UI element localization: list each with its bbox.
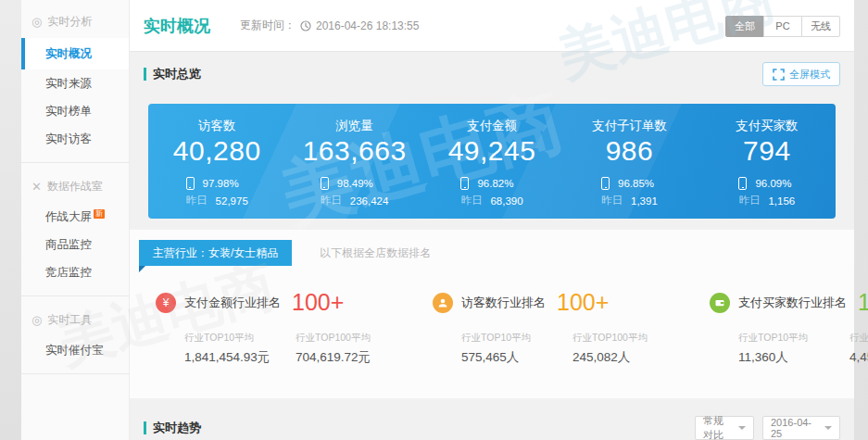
trend-section-title: 实时趋势 [144, 421, 201, 434]
rank-block-buyers: 支付买家数行业排名 100+ 行业TOP10平均 11,360人 行业TOP10… [684, 289, 868, 366]
stat-value: 794 [743, 135, 791, 167]
rankings-row: ¥ 支付金额行业排名 100+ 行业TOP10平均 1,841,454.93元 … [130, 289, 854, 366]
fullscreen-button[interactable]: 全屏模式 [762, 62, 840, 86]
top100-value: 245,082人 [572, 349, 667, 366]
rank-head: 支付买家数行业排名 100+ [710, 289, 868, 316]
rank-value: 100+ [292, 289, 344, 316]
sidebar-item-battle-screen[interactable]: 作战大屏新 [21, 203, 129, 231]
wireless-percent: 96.09% [755, 178, 791, 189]
chevron-down-icon [824, 426, 832, 430]
rank-label: 支付金额行业排名 [184, 295, 281, 311]
rank-top100-col: 行业TOP100平均 4,450人 [849, 332, 868, 366]
stat-pageviews: 浏览量 163,663 98.49% 昨日 236,424 [285, 104, 422, 219]
tab-pc[interactable]: PC [763, 16, 802, 37]
yesterday-value: 236,424 [350, 195, 389, 207]
rank-top10-col: 行业TOP10平均 575,465人 [461, 332, 556, 366]
industry-note: 以下根据全店数据排名 [320, 245, 431, 261]
trend-controls: 常规对比 2016-04-25 [695, 416, 840, 440]
wireless-percent: 98.49% [337, 178, 373, 189]
sidebar-item-payment-reminder[interactable]: 实时催付宝 [21, 336, 129, 364]
rank-stats: 行业TOP10平均 1,841,454.93元 行业TOP100平均 704,6… [156, 332, 407, 366]
yesterday-label: 昨日 [601, 194, 623, 207]
top100-value: 704,619.72元 [296, 349, 390, 366]
fullscreen-icon [773, 69, 785, 81]
eye-icon: ◎ [31, 16, 42, 28]
main-header: 实时概况 更新时间： 2016-04-26 18:13:55 全部 PC 无线 [130, 0, 854, 52]
industry-tag: 主营行业：女装/女士精品 [139, 240, 292, 266]
yesterday-value: 68,390 [490, 195, 522, 207]
compare-mode-value: 常规对比 [703, 414, 733, 440]
rank-value: 100+ [557, 289, 609, 316]
update-time-value: 2016-04-26 18:13:55 [316, 19, 419, 32]
rank-stats: 行业TOP10平均 575,465人 行业TOP100平均 245,082人 [433, 332, 684, 366]
mobile-icon [738, 177, 747, 190]
sidebar: ◎ 实时分析 实时概况 实时来源 实时榜单 实时访客 ✕ 数据作战室 作战大屏新… [21, 0, 130, 440]
sidebar-item-product-monitor[interactable]: 商品监控 [21, 231, 129, 258]
overview-section-bar: 实时总览 全屏模式 [130, 52, 854, 96]
tab-wireless[interactable]: 无线 [801, 16, 840, 37]
fullscreen-label: 全屏模式 [789, 68, 830, 82]
stat-visitors: 访客数 40,280 97.98% 昨日 52,975 [148, 104, 285, 219]
industry-row: 主营行业：女装/女士精品 以下根据全店数据排名 [130, 239, 854, 267]
page-title: 实时概况 [144, 15, 210, 37]
top10-value: 1,841,454.93元 [184, 349, 279, 366]
sidebar-section-data-war-room: ✕ 数据作战室 [21, 165, 129, 203]
new-badge: 新 [94, 209, 105, 219]
date-select[interactable]: 2016-04-25 [762, 416, 840, 440]
sidebar-item-realtime-overview[interactable]: 实时概况 [21, 38, 129, 69]
rank-block-payment-amount: ¥ 支付金额行业排名 100+ 行业TOP10平均 1,841,454.93元 … [130, 289, 407, 366]
update-time-label: 更新时间： [240, 18, 296, 33]
main-content: 实时概况 更新时间： 2016-04-26 18:13:55 全部 PC 无线 … [130, 0, 854, 440]
mobile-icon [460, 177, 469, 190]
yesterday-label: 昨日 [321, 194, 342, 207]
yuan-icon: ¥ [156, 293, 176, 313]
stat-suborders: 支付子订单数 986 96.85% 昨日 1,391 [560, 104, 698, 219]
sidebar-item-competitor-monitor[interactable]: 竞店监控 [21, 258, 129, 286]
yesterday-value: 52,975 [216, 195, 248, 207]
rank-block-visitors: 访客数行业排名 100+ 行业TOP10平均 575,465人 行业TOP100… [407, 289, 684, 366]
top10-value: 575,465人 [461, 349, 556, 366]
trend-section-bar: 实时趋势 常规对比 2016-04-25 [130, 406, 854, 440]
rank-head: ¥ 支付金额行业排名 100+ [156, 289, 407, 316]
stat-sub: 98.49% 昨日 236,424 [321, 173, 389, 207]
mobile-icon [186, 177, 195, 190]
rank-head: 访客数行业排名 100+ [433, 289, 684, 316]
stat-sub: 96.09% 昨日 1,156 [738, 173, 795, 207]
battle-icon: ✕ [31, 181, 42, 193]
top10-label: 行业TOP10平均 [738, 332, 833, 345]
sidebar-item-realtime-sources[interactable]: 实时来源 [21, 69, 129, 97]
top10-value: 11,360人 [738, 349, 833, 366]
stat-value: 163,663 [303, 135, 407, 167]
top100-value: 4,450人 [849, 349, 868, 366]
yesterday-label: 昨日 [460, 194, 482, 207]
top100-label: 行业TOP100平均 [572, 332, 667, 345]
yesterday-label: 昨日 [186, 194, 208, 207]
chevron-down-icon [738, 426, 746, 430]
sidebar-section-label: 数据作战室 [47, 179, 103, 195]
page-left-gutter [0, 0, 21, 440]
sidebar-item-realtime-visitors[interactable]: 实时访客 [21, 125, 129, 153]
stat-value: 49,245 [448, 135, 536, 167]
sidebar-divider [21, 162, 129, 163]
stat-sub: 97.98% 昨日 52,975 [186, 173, 248, 207]
top100-label: 行业TOP100平均 [849, 332, 868, 345]
stat-value: 986 [606, 135, 654, 167]
sidebar-item-label: 作战大屏 [45, 210, 92, 223]
tools-icon: ◎ [31, 314, 42, 326]
rank-top100-col: 行业TOP100平均 704,619.72元 [296, 332, 390, 366]
channel-tab-group: 全部 PC 无线 [725, 16, 840, 37]
compare-mode-select[interactable]: 常规对比 [695, 416, 754, 440]
yesterday-value: 1,391 [631, 195, 658, 207]
top10-label: 行业TOP10平均 [461, 332, 556, 345]
sidebar-divider [21, 295, 129, 296]
top10-label: 行业TOP10平均 [184, 332, 279, 345]
tab-all[interactable]: 全部 [725, 16, 764, 37]
stat-label: 支付买家数 [736, 118, 799, 134]
sidebar-item-realtime-rankings[interactable]: 实时榜单 [21, 97, 129, 125]
update-time: 更新时间： 2016-04-26 18:13:55 [240, 18, 419, 33]
clock-icon [300, 20, 311, 31]
stat-value: 40,280 [173, 135, 261, 167]
sidebar-section-realtime-tools: ◎ 实时工具 [21, 298, 129, 336]
stat-buyers: 支付买家数 794 96.09% 昨日 1,156 [698, 104, 836, 219]
industry-ranking-panel: 主营行业：女装/女士精品 以下根据全店数据排名 ¥ 支付金额行业排名 100+ … [130, 230, 854, 398]
